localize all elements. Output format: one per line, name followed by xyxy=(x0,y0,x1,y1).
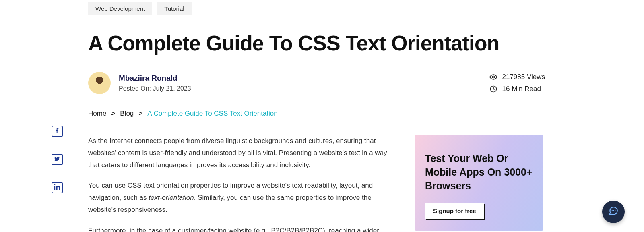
author-name[interactable]: Mbaziira Ronald xyxy=(119,74,191,83)
avatar xyxy=(88,72,111,94)
share-facebook-button[interactable] xyxy=(52,126,63,137)
promo-card: Test Your Web Or Mobile Apps On 3000+ Br… xyxy=(415,135,543,231)
stat-read-time: 16 Min Read xyxy=(489,85,541,93)
views-value: 217985 Views xyxy=(502,73,545,81)
stat-views: 217985 Views xyxy=(489,73,545,81)
tag-web-development[interactable]: Web Development xyxy=(88,2,152,15)
facebook-icon xyxy=(54,127,60,135)
meta-row: Mbaziira Ronald Posted On: July 21, 2023… xyxy=(88,72,545,94)
page-title: A Complete Guide To CSS Text Orientation xyxy=(88,32,545,55)
posted-on: Posted On: July 21, 2023 xyxy=(119,85,191,92)
chevron-right-icon: > xyxy=(138,110,142,118)
twitter-icon xyxy=(54,155,60,164)
share-rail xyxy=(52,126,63,193)
text-em: text-orientation xyxy=(149,194,194,201)
chevron-right-icon: > xyxy=(111,110,115,118)
eye-icon xyxy=(489,73,497,81)
breadcrumb-blog[interactable]: Blog xyxy=(120,110,134,118)
read-time-value: 16 Min Read xyxy=(502,85,541,93)
paragraph: You can use CSS text orientation propert… xyxy=(88,180,400,215)
svg-point-0 xyxy=(492,76,494,78)
breadcrumb-current: A Complete Guide To CSS Text Orientation xyxy=(147,110,278,118)
author-block: Mbaziira Ronald Posted On: July 21, 2023 xyxy=(88,72,191,94)
share-twitter-button[interactable] xyxy=(52,154,63,165)
stats-block: 217985 Views 16 Min Read xyxy=(489,73,545,93)
article-body: As the Internet connects people from div… xyxy=(88,135,400,232)
clock-icon xyxy=(489,85,497,93)
breadcrumb-home[interactable]: Home xyxy=(88,110,106,118)
breadcrumb: Home > Blog > A Complete Guide To CSS Te… xyxy=(88,110,545,125)
tag-tutorial[interactable]: Tutorial xyxy=(157,2,191,15)
chat-icon xyxy=(608,206,619,218)
paragraph: Furthermore, in the case of a customer-f… xyxy=(88,225,400,232)
tag-list: Web Development Tutorial xyxy=(88,2,545,15)
body-row: As the Internet connects people from div… xyxy=(88,135,545,232)
chat-fab[interactable] xyxy=(602,201,625,223)
main-container: Web Development Tutorial A Complete Guid… xyxy=(88,2,545,232)
promo-heading: Test Your Web Or Mobile Apps On 3000+ Br… xyxy=(425,152,533,193)
signup-button[interactable]: Signup for free xyxy=(425,203,484,219)
paragraph: As the Internet connects people from div… xyxy=(88,135,400,171)
linkedin-icon xyxy=(54,184,60,192)
share-linkedin-button[interactable] xyxy=(52,182,63,193)
